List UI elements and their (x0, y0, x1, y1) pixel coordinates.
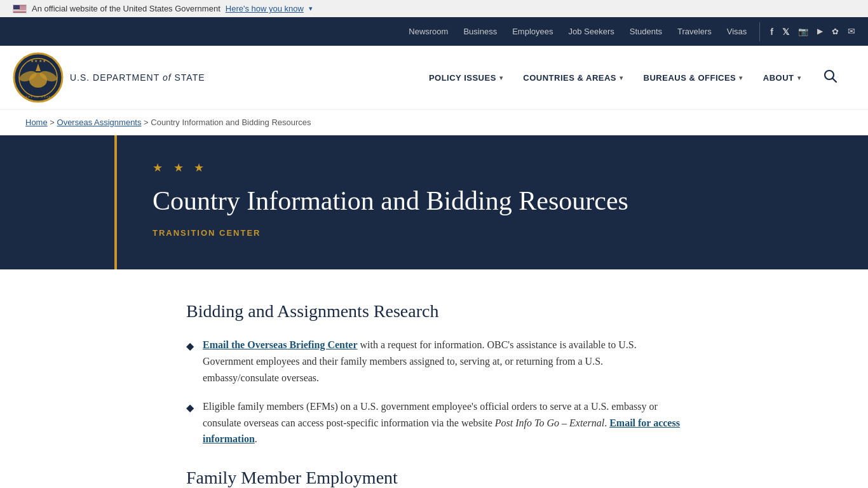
post-info-title: Post Info To Go – External (495, 417, 604, 428)
expand-icon[interactable]: ▾ (309, 4, 313, 13)
section2-title: Family Member Employment (186, 468, 682, 488)
gov-banner: An official website of the United States… (0, 0, 868, 17)
policy-issues-chevron: ▾ (499, 74, 503, 81)
list-item: ◆ Email the Overseas Briefing Center wit… (186, 337, 682, 386)
svg-text:★ ★ ★ ★: ★ ★ ★ ★ (31, 59, 46, 63)
nav-newsroom[interactable]: Newsroom (401, 18, 456, 45)
youtube-icon[interactable]: ▶ (817, 27, 823, 36)
social-icons: f 𝕏 📷 ▶ ✿ ✉ (765, 17, 855, 46)
facebook-icon[interactable]: f (770, 27, 773, 37)
breadcrumb: Home > Overseas Assignments > Country In… (0, 110, 868, 135)
breadcrumb-current: Country Information and Bidding Resource… (151, 118, 311, 127)
about-chevron: ▾ (797, 74, 801, 81)
hero-stars: ★ ★ ★ (153, 161, 843, 175)
breadcrumb-sep2: > (144, 118, 149, 127)
department-name: U.S. DEPARTMENT of STATE (70, 72, 205, 83)
bullet2-text: Eligible family members (EFMs) on a U.S.… (203, 398, 682, 447)
bullet2-after: . (255, 433, 257, 444)
us-flag-icon (13, 4, 27, 13)
nav-business[interactable]: Business (456, 18, 505, 45)
twitter-icon[interactable]: 𝕏 (782, 27, 789, 37)
nav-students[interactable]: Students (622, 18, 670, 45)
bullet2-mid: . (604, 417, 609, 428)
nav-employees[interactable]: Employees (505, 18, 560, 45)
countries-areas-chevron: ▾ (620, 74, 623, 81)
nav-divider (759, 22, 760, 41)
top-nav-links: Newsroom Business Employees Job Seekers … (401, 18, 754, 45)
svg-line-9 (833, 78, 837, 82)
section1-title: Bidding and Assignments Research (186, 301, 682, 322)
breadcrumb-overseas[interactable]: Overseas Assignments (57, 118, 142, 127)
main-header: ★ ★ ★ ★ DEPT OF STATE U.S. DEPARTMENT of… (0, 46, 868, 110)
bullet-diamond-2: ◆ (186, 400, 194, 416)
department-seal: ★ ★ ★ ★ DEPT OF STATE (13, 52, 64, 103)
nav-policy-issues[interactable]: POLICY ISSUES ▾ (420, 68, 512, 88)
bureaus-offices-chevron: ▾ (739, 74, 743, 81)
hero-subtitle: TRANSITION CENTER (153, 228, 843, 238)
nav-travelers[interactable]: Travelers (670, 18, 719, 45)
list-item: ◆ Eligible family members (EFMs) on a U.… (186, 398, 682, 447)
breadcrumb-sep1: > (50, 118, 55, 127)
nav-visas[interactable]: Visas (719, 18, 755, 45)
bullet-list: ◆ Email the Overseas Briefing Center wit… (186, 337, 682, 447)
page-title: Country Information and Bidding Resource… (153, 185, 843, 217)
bullet1-text: Email the Overseas Briefing Center with … (203, 337, 682, 386)
main-content: Bidding and Assignments Research ◆ Email… (148, 269, 720, 488)
flickr-icon[interactable]: ✿ (832, 27, 839, 37)
logo-area: ★ ★ ★ ★ DEPT OF STATE U.S. DEPARTMENT of… (13, 52, 205, 103)
bullet-diamond-1: ◆ (186, 338, 194, 355)
nav-job-seekers[interactable]: Job Seekers (560, 18, 621, 45)
email-icon[interactable]: ✉ (848, 26, 855, 37)
hero-inner: ★ ★ ★ Country Information and Bidding Re… (25, 161, 843, 238)
obc-email-link[interactable]: Email the Overseas Briefing Center (203, 339, 358, 350)
instagram-icon[interactable]: 📷 (798, 27, 808, 36)
dept-name-text: U.S. DEPARTMENT of STATE (70, 72, 205, 83)
nav-countries-areas[interactable]: COUNTRIES & AREAS ▾ (514, 68, 632, 88)
search-button[interactable] (818, 64, 843, 92)
heres-how-link[interactable]: Here's how you know (226, 4, 304, 13)
svg-text:DEPT OF STATE: DEPT OF STATE (23, 95, 54, 98)
top-navigation: Newsroom Business Employees Job Seekers … (0, 17, 868, 46)
gov-banner-text: An official website of the United States… (32, 4, 220, 13)
breadcrumb-home[interactable]: Home (25, 118, 48, 127)
nav-about[interactable]: ABOUT ▾ (754, 68, 810, 88)
nav-bureaus-offices[interactable]: BUREAUS & OFFICES ▾ (635, 68, 752, 88)
main-nav: POLICY ISSUES ▾ COUNTRIES & AREAS ▾ BURE… (420, 64, 843, 92)
hero-section: ★ ★ ★ Country Information and Bidding Re… (0, 135, 868, 269)
